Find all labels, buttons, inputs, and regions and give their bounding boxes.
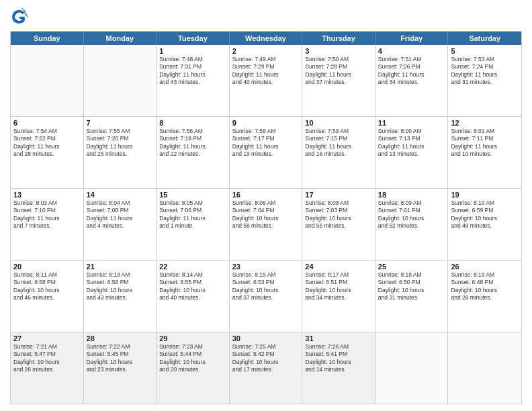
logo <box>10 7 32 26</box>
day-number: 19 <box>451 191 519 199</box>
cell-info: Sunrise: 7:25 AMSunset: 5:42 PMDaylight:… <box>232 343 300 374</box>
cell-info: Sunrise: 7:21 AMSunset: 5:47 PMDaylight:… <box>13 343 81 374</box>
day-number: 10 <box>305 119 372 127</box>
cell-info: Sunrise: 8:00 AMSunset: 7:13 PMDaylight:… <box>378 128 445 158</box>
day-number: 26 <box>451 263 519 271</box>
day-number: 21 <box>87 263 154 271</box>
cal-cell: 12Sunrise: 8:01 AMSunset: 7:11 PMDayligh… <box>448 117 521 188</box>
cal-cell: 1Sunrise: 7:48 AMSunset: 7:31 PMDaylight… <box>157 45 230 116</box>
cell-info: Sunrise: 7:22 AMSunset: 5:45 PMDaylight:… <box>87 343 154 374</box>
day-number: 8 <box>159 119 226 127</box>
cal-cell: 10Sunrise: 7:59 AMSunset: 7:15 PMDayligh… <box>302 117 375 188</box>
cal-cell: 28Sunrise: 7:22 AMSunset: 5:45 PMDayligh… <box>84 332 157 404</box>
day-number: 3 <box>305 47 372 55</box>
day-number: 15 <box>159 191 226 199</box>
day-number: 25 <box>378 263 445 271</box>
day-number: 11 <box>378 119 445 127</box>
cal-cell: 31Sunrise: 7:26 AMSunset: 5:41 PMDayligh… <box>302 332 375 404</box>
day-number: 16 <box>232 191 300 199</box>
day-number: 2 <box>232 47 300 55</box>
cal-cell: 19Sunrise: 8:10 AMSunset: 6:59 PMDayligh… <box>448 189 521 260</box>
cell-info: Sunrise: 7:53 AMSunset: 7:24 PMDaylight:… <box>451 56 519 87</box>
cell-info: Sunrise: 8:18 AMSunset: 6:50 PMDaylight:… <box>378 271 445 302</box>
day-number: 24 <box>305 263 372 271</box>
day-number: 12 <box>451 119 519 127</box>
cell-info: Sunrise: 8:15 AMSunset: 6:53 PMDaylight:… <box>232 271 300 302</box>
week-row-2: 6Sunrise: 7:54 AMSunset: 7:22 PMDaylight… <box>11 117 521 189</box>
cal-cell <box>11 45 84 116</box>
cell-info: Sunrise: 7:50 AMSunset: 7:28 PMDaylight:… <box>305 56 372 87</box>
cal-cell: 21Sunrise: 8:13 AMSunset: 6:56 PMDayligh… <box>84 261 157 332</box>
day-header-friday: Friday <box>375 32 449 45</box>
cal-cell: 24Sunrise: 8:17 AMSunset: 6:51 PMDayligh… <box>302 261 375 332</box>
day-number: 6 <box>13 119 81 127</box>
cell-info: Sunrise: 7:55 AMSunset: 7:20 PMDaylight:… <box>87 128 154 158</box>
logo-icon <box>10 7 29 26</box>
cell-info: Sunrise: 8:14 AMSunset: 6:55 PMDaylight:… <box>159 271 226 302</box>
cell-info: Sunrise: 7:54 AMSunset: 7:22 PMDaylight:… <box>13 128 81 158</box>
cal-cell: 14Sunrise: 8:04 AMSunset: 7:08 PMDayligh… <box>84 189 157 260</box>
day-header-monday: Monday <box>84 32 157 45</box>
cal-cell <box>448 332 521 404</box>
week-row-5: 27Sunrise: 7:21 AMSunset: 5:47 PMDayligh… <box>11 332 521 404</box>
cal-cell: 6Sunrise: 7:54 AMSunset: 7:22 PMDaylight… <box>11 117 84 188</box>
cell-info: Sunrise: 7:51 AMSunset: 7:26 PMDaylight:… <box>378 56 445 87</box>
cal-cell: 26Sunrise: 8:19 AMSunset: 6:48 PMDayligh… <box>448 261 521 332</box>
calendar: SundayMondayTuesdayWednesdayThursdayFrid… <box>10 31 522 404</box>
cal-cell: 4Sunrise: 7:51 AMSunset: 7:26 PMDaylight… <box>375 45 449 116</box>
calendar-body: 1Sunrise: 7:48 AMSunset: 7:31 PMDaylight… <box>11 45 521 404</box>
day-number: 23 <box>232 263 300 271</box>
day-header-sunday: Sunday <box>11 32 84 45</box>
cal-cell: 27Sunrise: 7:21 AMSunset: 5:47 PMDayligh… <box>11 332 84 404</box>
cell-info: Sunrise: 8:01 AMSunset: 7:11 PMDaylight:… <box>451 128 519 158</box>
day-number: 20 <box>13 263 81 271</box>
cal-cell: 15Sunrise: 8:05 AMSunset: 7:06 PMDayligh… <box>157 189 230 260</box>
day-number: 22 <box>159 263 226 271</box>
week-row-3: 13Sunrise: 8:03 AMSunset: 7:10 PMDayligh… <box>11 189 521 261</box>
day-number: 4 <box>378 47 445 55</box>
header <box>10 7 522 26</box>
day-number: 17 <box>305 191 372 199</box>
day-number: 18 <box>378 191 445 199</box>
cal-cell <box>375 332 449 404</box>
cell-info: Sunrise: 7:59 AMSunset: 7:15 PMDaylight:… <box>305 128 372 158</box>
calendar-header-row: SundayMondayTuesdayWednesdayThursdayFrid… <box>11 32 521 45</box>
cal-cell: 23Sunrise: 8:15 AMSunset: 6:53 PMDayligh… <box>230 261 303 332</box>
day-number: 1 <box>159 47 226 55</box>
day-number: 5 <box>451 47 519 55</box>
cell-info: Sunrise: 8:17 AMSunset: 6:51 PMDaylight:… <box>305 271 372 302</box>
cal-cell: 30Sunrise: 7:25 AMSunset: 5:42 PMDayligh… <box>230 332 303 404</box>
week-row-4: 20Sunrise: 8:11 AMSunset: 6:58 PMDayligh… <box>11 261 521 332</box>
day-number: 13 <box>13 191 81 199</box>
cal-cell: 22Sunrise: 8:14 AMSunset: 6:55 PMDayligh… <box>157 261 230 332</box>
cal-cell: 29Sunrise: 7:23 AMSunset: 5:44 PMDayligh… <box>157 332 230 404</box>
day-number: 14 <box>87 191 154 199</box>
cal-cell: 7Sunrise: 7:55 AMSunset: 7:20 PMDaylight… <box>84 117 157 188</box>
cell-info: Sunrise: 8:13 AMSunset: 6:56 PMDaylight:… <box>87 271 154 302</box>
cell-info: Sunrise: 7:56 AMSunset: 7:18 PMDaylight:… <box>159 128 226 158</box>
cell-info: Sunrise: 8:05 AMSunset: 7:06 PMDaylight:… <box>159 199 226 230</box>
cell-info: Sunrise: 7:49 AMSunset: 7:29 PMDaylight:… <box>232 56 300 87</box>
cell-info: Sunrise: 8:19 AMSunset: 6:48 PMDaylight:… <box>451 271 519 302</box>
cell-info: Sunrise: 7:23 AMSunset: 5:44 PMDaylight:… <box>159 343 226 374</box>
cal-cell: 18Sunrise: 8:09 AMSunset: 7:01 PMDayligh… <box>375 189 449 260</box>
cal-cell: 5Sunrise: 7:53 AMSunset: 7:24 PMDaylight… <box>448 45 521 116</box>
cal-cell: 20Sunrise: 8:11 AMSunset: 6:58 PMDayligh… <box>11 261 84 332</box>
cell-info: Sunrise: 7:48 AMSunset: 7:31 PMDaylight:… <box>159 56 226 87</box>
day-number: 30 <box>232 334 300 342</box>
cell-info: Sunrise: 8:04 AMSunset: 7:08 PMDaylight:… <box>87 199 154 230</box>
calendar-page: SundayMondayTuesdayWednesdayThursdayFrid… <box>0 0 532 411</box>
week-row-1: 1Sunrise: 7:48 AMSunset: 7:31 PMDaylight… <box>11 45 521 117</box>
cell-info: Sunrise: 7:58 AMSunset: 7:17 PMDaylight:… <box>232 128 300 158</box>
day-header-thursday: Thursday <box>302 32 375 45</box>
cal-cell: 8Sunrise: 7:56 AMSunset: 7:18 PMDaylight… <box>157 117 230 188</box>
day-number: 27 <box>13 334 81 342</box>
day-header-tuesday: Tuesday <box>157 32 230 45</box>
cal-cell <box>84 45 157 116</box>
cal-cell: 16Sunrise: 8:06 AMSunset: 7:04 PMDayligh… <box>230 189 303 260</box>
day-number: 7 <box>87 119 154 127</box>
cell-info: Sunrise: 7:26 AMSunset: 5:41 PMDaylight:… <box>305 343 372 374</box>
cell-info: Sunrise: 8:06 AMSunset: 7:04 PMDaylight:… <box>232 199 300 230</box>
cell-info: Sunrise: 8:03 AMSunset: 7:10 PMDaylight:… <box>13 199 81 230</box>
cell-info: Sunrise: 8:08 AMSunset: 7:03 PMDaylight:… <box>305 199 372 230</box>
